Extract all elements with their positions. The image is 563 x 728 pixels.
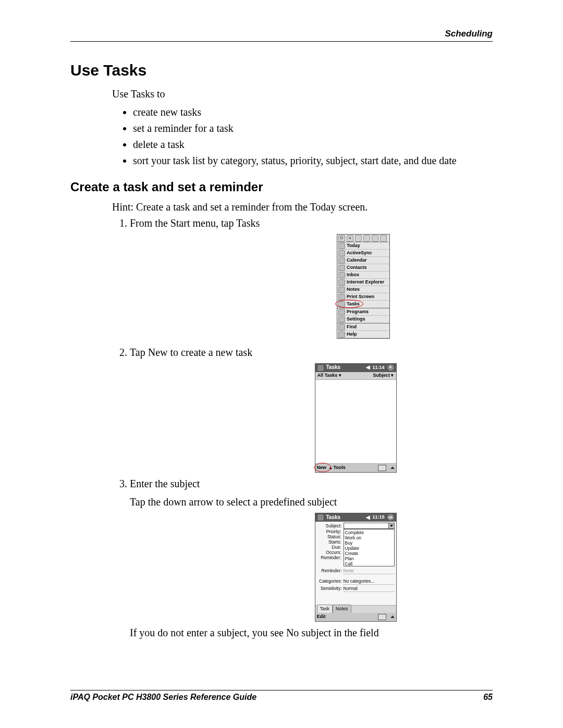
subsection-heading: Create a task and set a reminder: [70, 180, 493, 194]
figure-1-wrap: D ● Today ActiveSync Calendar Contacts I…: [234, 234, 493, 342]
programs-icon: [338, 309, 345, 315]
windows-icon[interactable]: [317, 364, 324, 372]
find-icon: [338, 324, 345, 330]
step-3-text: Enter the subject: [130, 478, 200, 489]
form-footer-bar: Edit: [315, 613, 396, 621]
sensitivity-value[interactable]: Normal: [344, 585, 395, 592]
start-menu-item[interactable]: Calendar: [337, 257, 389, 264]
new-button[interactable]: New: [317, 464, 327, 471]
iconbar-icon: [380, 235, 387, 242]
close-icon[interactable]: ✕: [387, 364, 395, 372]
notes-icon: [338, 287, 345, 293]
start-menu-label: Calendar: [347, 257, 367, 264]
start-menu-item[interactable]: ActiveSync: [337, 250, 389, 257]
start-menu-label: Settings: [347, 316, 365, 323]
start-menu-label: Print Screen: [347, 293, 374, 300]
start-menu-label: Inbox: [347, 272, 359, 278]
hint-text: Hint: Create a task and set a reminder f…: [112, 200, 493, 215]
tab-bar: Task Notes: [315, 605, 396, 613]
task-form: Subject: Priority: Status: Starts: Due: …: [315, 522, 396, 595]
top-rule: [70, 41, 493, 42]
windows-icon[interactable]: [317, 514, 324, 521]
app-title-bar: Tasks ◀ 11:15 ok: [315, 513, 396, 522]
up-arrow-icon[interactable]: [390, 466, 395, 469]
categories-label: Categories:: [317, 578, 344, 584]
page-number: 65: [483, 693, 493, 702]
step-3-extra: Tap the down arrow to select a predefine…: [130, 495, 493, 510]
app-title-text: Tasks: [326, 364, 341, 372]
dropdown-option[interactable]: Work on: [345, 535, 393, 540]
start-menu-item[interactable]: Notes: [337, 286, 389, 293]
speaker-icon: ◀: [366, 514, 370, 522]
page-footer: iPAQ Pocket PC H3800 Series Reference Gu…: [70, 690, 493, 702]
ok-button[interactable]: ok: [387, 513, 395, 521]
ie-icon: [338, 279, 345, 286]
filter-subject[interactable]: Subject ▾: [373, 372, 394, 379]
iconbar-icon: [372, 235, 378, 242]
start-menu-item[interactable]: Contacts: [337, 264, 389, 272]
intro-bullets: create new tasks set a reminder for a ta…: [112, 105, 493, 168]
start-menu-item[interactable]: Help: [337, 331, 389, 338]
activesync-icon: [338, 250, 345, 256]
start-menu-item[interactable]: Print Screen: [337, 293, 389, 301]
bullet-item: delete a task: [133, 137, 493, 152]
reminder-value[interactable]: None: [344, 567, 395, 574]
dropdown-option[interactable]: Update: [345, 546, 393, 551]
help-icon: [338, 331, 345, 338]
up-arrow-icon[interactable]: [390, 615, 395, 618]
iconbar-icon: [355, 235, 362, 242]
subsection-body: Hint: Create a task and set a reminder f…: [112, 200, 493, 640]
speaker-icon: ◀: [366, 364, 370, 372]
step-3: Enter the subject Tap the down arrow to …: [130, 476, 493, 640]
figure-2-wrap: Tasks ◀ 11:14 ✕ All Tasks ▾ Subject ▾: [218, 363, 493, 473]
start-menu-item-tasks[interactable]: Tasks: [337, 301, 389, 308]
intro-lead: Use Tasks to: [112, 87, 493, 102]
iconbar-icon: D: [338, 235, 345, 242]
clock-text: 11:14: [372, 364, 384, 371]
subject-input[interactable]: [344, 523, 395, 529]
tools-menu[interactable]: ▴ Tools: [329, 464, 346, 471]
chevron-down-icon[interactable]: [388, 523, 394, 528]
filter-all-tasks[interactable]: All Tasks ▾: [317, 372, 341, 379]
today-icon: [338, 243, 345, 249]
tasks-icon: [338, 301, 345, 307]
start-menu-item[interactable]: Today: [337, 242, 389, 250]
dropdown-option[interactable]: Buy: [345, 540, 393, 546]
categories-row: Categories: No categories...: [317, 578, 395, 585]
start-menu-label: Tasks: [347, 301, 360, 307]
calendar-icon: [338, 257, 345, 264]
dropdown-option[interactable]: Complete: [345, 530, 393, 535]
sensitivity-row: Sensitivity: Normal: [317, 585, 395, 592]
start-menu-label: Today: [347, 242, 360, 249]
bullet-item: sort your task list by category, status,…: [133, 153, 493, 168]
keyboard-icon[interactable]: [378, 614, 386, 620]
start-menu-screenshot: D ● Today ActiveSync Calendar Contacts I…: [337, 234, 390, 339]
tab-notes[interactable]: Notes: [333, 604, 351, 613]
start-menu-item[interactable]: Settings: [337, 316, 389, 323]
contacts-icon: [338, 265, 345, 271]
start-menu-item[interactable]: Internet Explorer: [337, 279, 389, 286]
start-menu-label: ActiveSync: [347, 250, 372, 256]
dropdown-option[interactable]: Plan: [345, 556, 393, 561]
step-2-text: Tap New to create a new task: [130, 347, 252, 358]
start-menu-item[interactable]: Find: [337, 323, 389, 331]
start-menu-label: Notes: [347, 286, 360, 293]
iconbar-icon: [363, 235, 370, 242]
dropdown-overlay-zone: Priority: Status: Starts: Due: Occurs: R…: [317, 529, 395, 566]
intro-block: Use Tasks to create new tasks set a remi…: [112, 87, 493, 168]
tab-task[interactable]: Task: [317, 604, 333, 613]
start-menu-item[interactable]: Inbox: [337, 272, 389, 279]
start-menu-label: Contacts: [347, 264, 367, 271]
step-1-text: From the Start menu, tap Tasks: [130, 217, 260, 229]
bottom-rule: [70, 690, 493, 690]
edit-menu[interactable]: Edit: [317, 613, 326, 620]
dropdown-option[interactable]: Call: [345, 561, 393, 566]
iconbar-icon: ●: [347, 235, 353, 242]
running-head: Scheduling: [70, 29, 493, 39]
subject-label: Subject:: [317, 523, 344, 529]
figure-3-wrap: Tasks ◀ 11:15 ok Subject:: [218, 513, 493, 622]
categories-value[interactable]: No categories...: [344, 578, 395, 585]
dropdown-option[interactable]: Create: [345, 551, 393, 556]
start-menu-item[interactable]: Programs: [337, 308, 389, 316]
keyboard-icon[interactable]: [378, 465, 386, 471]
